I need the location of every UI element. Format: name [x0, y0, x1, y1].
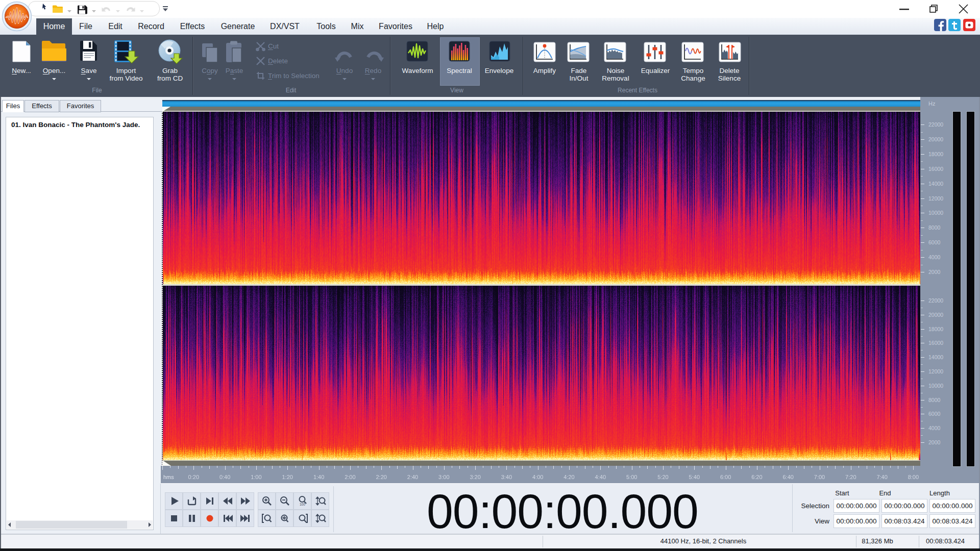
svg-text:100: 100: [300, 503, 305, 506]
